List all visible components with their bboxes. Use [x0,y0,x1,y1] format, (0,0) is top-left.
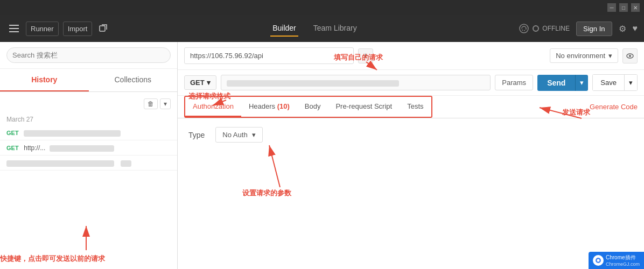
chrome-plugin-line1: Chrome插件 [606,254,640,261]
app-window: ─ □ ✕ Runner Import Builder [0,0,644,269]
svg-line-8 [366,62,377,70]
arrows-overlay [0,0,644,269]
chrome-plugin-line2: ChromeGJ.com [606,261,640,267]
svg-line-11 [269,145,280,187]
chrome-plugin-badge: Chrome插件 ChromeGJ.com [589,252,644,269]
svg-line-9 [213,100,226,105]
svg-point-14 [597,259,599,262]
chrome-icon [593,255,604,266]
svg-line-10 [540,108,582,118]
